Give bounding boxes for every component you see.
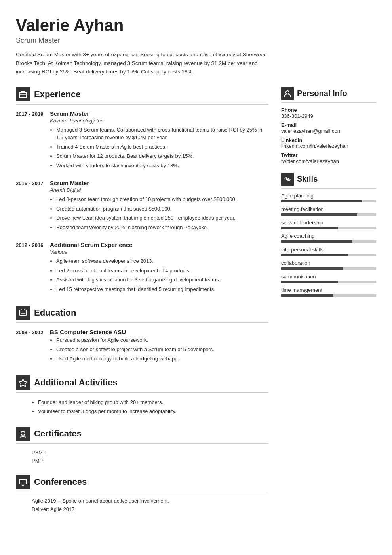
experience-header: Experience <box>16 87 268 105</box>
cert-item-2: PMP <box>16 458 268 464</box>
edu-date-1: 2008 - 2012 <box>16 329 44 364</box>
experience-entry-1: 2017 - 2019 Scrum Master Kolman Technolo… <box>16 110 268 171</box>
skill-bar-background <box>281 281 376 283</box>
education-title: Education <box>34 308 76 318</box>
skills-header: Skills <box>281 173 376 189</box>
skill-bar-fill <box>281 281 338 283</box>
right-column: Personal Info Phone 336-301-2949 E-mail … <box>281 87 376 523</box>
skill-row: interpersonal skills <box>281 247 376 256</box>
entry-date-1: 2017 - 2019 <box>16 110 44 171</box>
skill-name: Agile coaching <box>281 233 376 239</box>
company-2: Arendt Digital <box>50 187 268 193</box>
skill-name: interpersonal skills <box>281 247 376 253</box>
bullet-item: Managed 3 Scrum teams. Collaborated with… <box>56 126 268 142</box>
activity-item: Founder and leader of hiking group with … <box>38 398 268 406</box>
candidate-title: Scrum Master <box>16 36 376 45</box>
linkedin-label: LinkedIn <box>281 137 376 143</box>
skill-bar-background <box>281 200 376 202</box>
skill-name: meeting facilitation <box>281 206 376 212</box>
skill-row: Agile planning <box>281 193 376 202</box>
job-title-3: Additional Scrum Experience <box>50 241 268 248</box>
bullet-item: Created a senior software project with a… <box>56 346 268 354</box>
left-column: Experience 2017 - 2019 Scrum Master Kolm… <box>16 87 268 523</box>
education-icon <box>16 306 30 320</box>
experience-entry-2: 2016 - 2017 Scrum Master Arendt Digital … <box>16 180 268 233</box>
email-label: E-mail <box>281 122 376 128</box>
conferences-header: Conferences <box>16 475 268 492</box>
education-entry-1: 2008 - 2012 BS Computer Science ASU Purs… <box>16 329 268 364</box>
skill-bar-fill <box>281 240 352 243</box>
company-3: Various <box>50 249 268 255</box>
linkedin-value: linkedin.com/in/valeriezayhan <box>281 143 376 149</box>
skill-row: servant leadership <box>281 220 376 229</box>
experience-icon <box>16 87 30 101</box>
entry-date-3: 2012 - 2016 <box>16 241 44 295</box>
phone-item: Phone 336-301-2949 <box>281 107 376 119</box>
twitter-value: twitter.com/valeriezayhan <box>281 158 376 164</box>
cert-item-1: PSM I <box>16 450 268 455</box>
skill-bar-background <box>281 227 376 229</box>
edu-degree-1: BS Computer Science ASU <box>50 329 268 335</box>
conferences-section: Conferences Agile 2019 -- Spoke on panel… <box>16 475 268 512</box>
bullet-item: Scrum Master for 12 products. Beat deliv… <box>56 152 268 160</box>
skill-name: communication <box>281 274 376 279</box>
skills-icon <box>281 173 294 186</box>
bullet-item: Worked with vendors to slash inventory c… <box>56 162 268 170</box>
skill-bar-background <box>281 267 376 270</box>
activities-icon <box>16 375 30 390</box>
certificates-header: Certificates <box>16 427 268 444</box>
svg-point-5 <box>286 91 289 94</box>
edu-bullets-1: Pursued a passion for Agile coursework. … <box>50 336 268 363</box>
skill-bar-fill <box>281 294 333 297</box>
activity-item: Volunteer to foster 3 dogs per month to … <box>38 408 268 415</box>
bullets-2: Led 8-person team through creation of 10… <box>50 195 268 231</box>
bullet-item: Pursued a passion for Agile coursework. <box>56 336 268 344</box>
phone-value: 336-301-2949 <box>281 113 376 119</box>
bullet-item: Boosted team velocity by 20%, slashing r… <box>56 224 268 232</box>
resume-header: Valerie Ayhan Scrum Master Certified Scr… <box>16 16 376 76</box>
activities-section: Additional Activities Founder and leader… <box>16 375 268 415</box>
skill-name: servant leadership <box>281 220 376 226</box>
education-header: Education <box>16 306 268 323</box>
skills-title: Skills <box>297 174 318 184</box>
personal-info-header: Personal Info <box>281 87 376 103</box>
conf-item-1: Agile 2019 -- Spoke on panel about activ… <box>16 498 268 504</box>
entry-content-3: Additional Scrum Experience Various Agil… <box>50 241 268 295</box>
skill-row: meeting facilitation <box>281 206 376 216</box>
skill-name: collaboration <box>281 260 376 266</box>
bullet-item: Trained 4 Scrum Masters in Agile best pr… <box>56 143 268 151</box>
candidate-summary: Certified Scrum Master with 3+ years of … <box>16 50 269 76</box>
svg-marker-3 <box>19 379 27 387</box>
skills-section: Skills Agile planning meeting facilitati… <box>281 173 376 297</box>
conf-item-2: Deliver: Agile 2017 <box>16 506 268 512</box>
bullet-item: Led 2 cross functional teams in developm… <box>56 267 268 275</box>
skill-bar-fill <box>281 227 338 229</box>
skill-row: communication <box>281 274 376 283</box>
main-layout: Experience 2017 - 2019 Scrum Master Kolm… <box>16 87 376 523</box>
personal-info-icon <box>281 87 294 100</box>
bullet-item: Led 8-person team through creation of 10… <box>56 195 268 203</box>
skill-bar-fill <box>281 254 348 256</box>
conferences-icon <box>16 475 30 489</box>
certificates-icon <box>16 427 30 441</box>
email-item: E-mail valeriezayhan@gmail.com <box>281 122 376 134</box>
entry-date-2: 2016 - 2017 <box>16 180 44 233</box>
bullet-item: Created automation program that saved $5… <box>56 205 268 213</box>
bullet-item: Used Agile methodology to build a budget… <box>56 355 268 363</box>
skill-bar-fill <box>281 267 343 270</box>
activities-header: Additional Activities <box>16 375 268 393</box>
certificates-section: Certificates PSM I PMP <box>16 427 268 464</box>
entry-content-2: Scrum Master Arendt Digital Led 8-person… <box>50 180 268 233</box>
personal-info-section: Personal Info Phone 336-301-2949 E-mail … <box>281 87 376 164</box>
svg-point-4 <box>21 431 25 435</box>
bullets-3: Agile team software developer since 2013… <box>50 257 268 293</box>
education-section: Education 2008 - 2012 BS Computer Scienc… <box>16 306 268 364</box>
skills-list: Agile planning meeting facilitation serv… <box>281 193 376 297</box>
skill-bar-background <box>281 294 376 297</box>
skill-bar-background <box>281 254 376 256</box>
job-title-2: Scrum Master <box>50 180 268 186</box>
bullet-item: Drove new Lean idea system that implemen… <box>56 214 268 222</box>
svg-rect-0 <box>19 92 27 98</box>
skill-bar-fill <box>281 200 362 202</box>
activities-title: Additional Activities <box>34 377 118 388</box>
